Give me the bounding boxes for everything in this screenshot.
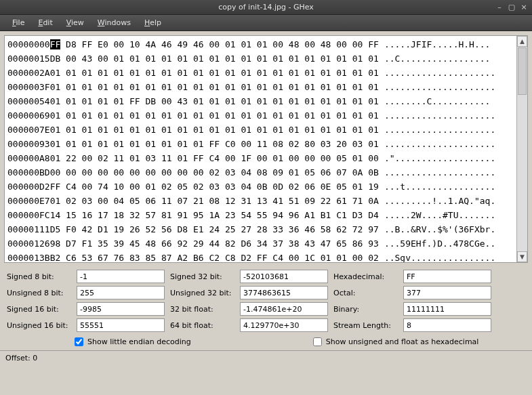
window-title: copy of init-14.jpg - GHex bbox=[218, 3, 314, 12]
close-icon[interactable]: × bbox=[518, 3, 529, 12]
status-bar: Offset: 0 bbox=[0, 350, 532, 365]
stream-length-input[interactable] bbox=[403, 318, 491, 332]
unsigned-16-input[interactable] bbox=[77, 318, 165, 332]
hexadecimal-input[interactable] bbox=[403, 270, 491, 283]
unsigned-32-input[interactable] bbox=[240, 286, 328, 299]
signed-16-label: Signed 16 bit: bbox=[7, 305, 71, 314]
octal-input[interactable] bbox=[403, 286, 491, 299]
signed-8-input[interactable] bbox=[77, 270, 165, 283]
binary-input[interactable] bbox=[403, 302, 491, 316]
stream-length-label: Stream Length: bbox=[333, 321, 398, 330]
menubar: File Edit View Windows Help bbox=[0, 15, 532, 31]
hex-content[interactable]: 00000000FF D8 FF E0 00 10 4A 46 49 46 00… bbox=[5, 36, 516, 262]
vertical-scrollbar[interactable]: ▲ ▼ bbox=[516, 36, 527, 262]
scroll-up-icon[interactable]: ▲ bbox=[517, 36, 527, 47]
unsigned-hex-checkbox[interactable] bbox=[313, 337, 322, 346]
menu-file[interactable]: File bbox=[5, 16, 31, 29]
menu-help[interactable]: Help bbox=[138, 16, 168, 29]
float-32-label: 32 bit float: bbox=[170, 305, 234, 314]
unsigned-32-label: Unsigned 32 bit: bbox=[170, 289, 234, 297]
menu-edit[interactable]: Edit bbox=[31, 16, 59, 29]
unsigned-8-label: Unsigned 8 bit: bbox=[7, 289, 71, 297]
float-32-input[interactable] bbox=[240, 302, 328, 316]
float-64-input[interactable] bbox=[240, 318, 328, 332]
binary-label: Binary: bbox=[333, 305, 398, 314]
menu-windows[interactable]: Windows bbox=[91, 16, 138, 29]
hex-editor[interactable]: 00000000FF D8 FF E0 00 10 4A 46 49 46 00… bbox=[4, 35, 528, 263]
little-endian-checkbox[interactable] bbox=[75, 337, 83, 346]
signed-16-input[interactable] bbox=[77, 302, 165, 316]
scroll-down-icon[interactable]: ▼ bbox=[517, 251, 527, 262]
scroll-thumb[interactable] bbox=[518, 47, 527, 95]
unsigned-8-input[interactable] bbox=[77, 286, 165, 299]
menu-view[interactable]: View bbox=[60, 16, 91, 29]
maximize-icon[interactable]: ▢ bbox=[506, 3, 517, 12]
float-64-label: 64 bit float: bbox=[170, 321, 234, 330]
octal-label: Octal: bbox=[333, 289, 398, 297]
offset-status: Offset: 0 bbox=[5, 354, 37, 362]
unsigned-16-label: Unsigned 16 bit: bbox=[7, 321, 71, 330]
little-endian-check[interactable]: Show little endian decoding bbox=[75, 337, 191, 346]
signed-8-label: Signed 8 bit: bbox=[7, 272, 71, 281]
unsigned-hex-check[interactable]: Show unsigned and float as hexadecimal bbox=[313, 337, 479, 346]
hexadecimal-label: Hexadecimal: bbox=[333, 272, 398, 281]
minimize-icon[interactable]: – bbox=[494, 3, 505, 12]
signed-32-input[interactable] bbox=[240, 270, 328, 283]
titlebar: copy of init-14.jpg - GHex – ▢ × bbox=[0, 0, 532, 15]
signed-32-label: Signed 32 bit: bbox=[170, 272, 234, 281]
conversion-panel: Signed 8 bit: Signed 32 bit: Hexadecimal… bbox=[0, 266, 532, 350]
